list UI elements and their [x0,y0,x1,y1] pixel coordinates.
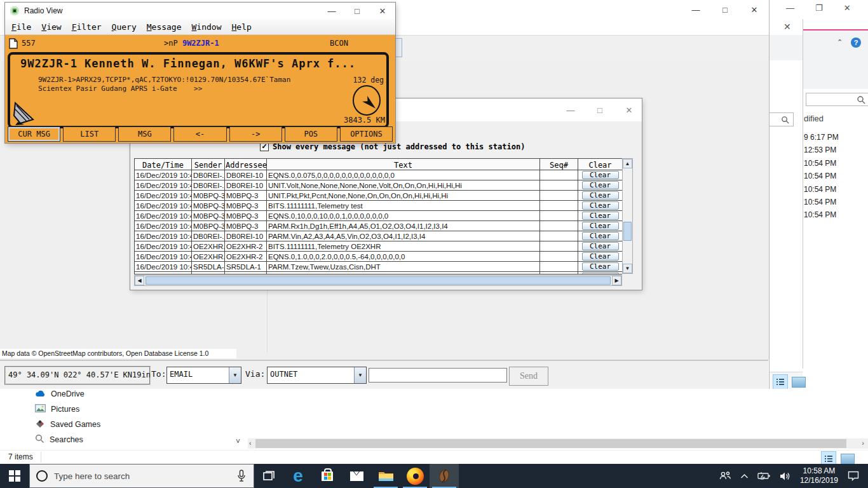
close-icon[interactable]: ✕ [844,3,851,13]
show-every-message-option[interactable]: ✓ Show every message (not just addressed… [260,142,525,151]
clear-message-button[interactable]: Clear [582,222,619,230]
sidebar-item-onedrive[interactable]: OneDrive [0,386,229,402]
scrollbar-thumb[interactable] [255,439,846,448]
message-row[interactable]: 16/Dec/2019 10:4...DB0REI-...DB0REI-10PA… [135,231,623,241]
close-icon[interactable]: ✕ [614,98,644,121]
scroll-left-icon[interactable]: ◀ [135,276,144,285]
scroll-up-icon[interactable]: ▲ [623,159,632,168]
file-explorer-taskbar-icon[interactable] [371,464,400,488]
speaker-icon[interactable] [775,464,795,488]
message-row[interactable]: 16/Dec/2019 10:4...M0BPQ-3M0BPQ-3BITS.11… [135,201,623,211]
maximize-icon[interactable]: □ [710,0,740,19]
menu-item-help[interactable]: Help [232,22,252,32]
restore-icon[interactable]: ❐ [815,3,823,13]
radio-button-cur-msg[interactable]: CUR MSG [8,126,60,142]
cell-sender: DB0REI-... [192,170,225,180]
send-button[interactable]: Send [509,367,548,386]
clear-message-button[interactable]: Clear [582,232,619,240]
sidebar-item-searches[interactable]: Searches [0,432,229,447]
message-row[interactable]: 16/Dec/2019 10:4...OE2XHR...OE2XHR-2EQNS… [135,252,623,262]
explorer-search-box[interactable] [770,112,794,126]
minimize-icon[interactable]: — [786,3,794,13]
clear-message-button[interactable]: Clear [582,181,619,189]
scroll-down-icon[interactable]: ▼ [623,264,632,273]
close-icon[interactable]: ✕ [783,22,791,32]
maximize-icon[interactable]: □ [344,3,370,19]
menu-item-filter[interactable]: Filter [72,22,102,32]
mail-taskbar-icon[interactable] [342,464,371,488]
message-row[interactable]: 16/Dec/2019 10:4...OE2XHR...OE2XHR-2BITS… [135,241,623,252]
show-hidden-icons-chevron[interactable] [736,464,753,488]
minimize-icon[interactable]: — [681,0,710,19]
menu-item-file[interactable]: File [11,22,31,32]
menu-item-view[interactable]: View [41,22,61,32]
firefox-taskbar-icon[interactable] [400,464,430,488]
clear-message-button[interactable]: Clear [582,242,619,250]
large-icons-view-icon[interactable] [792,377,806,388]
start-button[interactable] [0,464,29,488]
clear-message-button[interactable]: Clear [582,273,619,274]
taskbar-search-box[interactable]: Type here to search [29,464,254,488]
edge-taskbar-icon[interactable]: e [283,464,313,488]
scrollbar-thumb[interactable] [146,276,611,285]
date-modified-column-header[interactable]: dified [804,114,824,123]
clear-message-button[interactable]: Clear [582,212,619,220]
chevron-down-icon[interactable]: ▼ [354,367,366,383]
message-row[interactable]: 16/Dec/2019 10:4...DB0REI-...DB0REI-10EQ… [135,170,623,180]
radio-button-options[interactable]: OPTIONS [340,126,393,142]
horizontal-scrollbar[interactable]: ◀ ▶ [134,275,622,286]
message-row[interactable]: 16/Dec/2019 10:4...M0BPQ-3M0BPQ-3PARM.Rx… [135,221,623,231]
menu-item-message[interactable]: Message [147,22,182,32]
scroll-right-icon[interactable]: › [862,439,864,447]
radio-button-pos[interactable]: POS [285,126,337,142]
radio-button-list[interactable]: LIST [63,126,116,142]
via-combobox[interactable]: OUTNET ▼ [267,367,367,384]
message-row[interactable]: 16/Dec/2019 10:4...M0BPQ-3M0BPQ-3UNIT.Pk… [135,191,623,201]
explorer-search-box[interactable] [806,93,868,106]
microphone-icon[interactable] [237,470,246,482]
chevron-down-icon[interactable]: ▼ [229,367,241,383]
horizontal-scrollbar[interactable]: ‹ › [248,438,868,449]
clear-message-button[interactable]: Clear [582,262,619,271]
scrollbar-thumb[interactable] [623,222,632,241]
taskbar-clock[interactable]: 10:58 AM 12/16/2019 [795,464,843,488]
scroll-right-icon[interactable]: ▶ [612,276,621,285]
ribbon-collapse-icon[interactable]: ⌃ [837,38,843,46]
store-taskbar-icon[interactable] [313,464,342,488]
message-text-input[interactable] [369,368,507,383]
clear-message-button[interactable]: Clear [582,171,619,179]
scroll-left-icon[interactable]: ‹ [249,439,252,447]
menu-item-query[interactable]: Query [112,22,137,32]
clear-message-button[interactable]: Clear [582,252,619,261]
clear-message-button[interactable]: Clear [582,201,619,210]
message-row[interactable]: 16/Dec/2019 10:4...OE2XHR...OE2XHR-2UNIT… [135,272,623,275]
clear-message-button[interactable]: Clear [582,191,619,200]
close-icon[interactable]: ✕ [370,3,395,19]
maximize-icon[interactable]: □ [585,98,614,121]
help-icon[interactable]: ? [851,37,861,48]
radio-view-titlebar[interactable]: Radio View — □ ✕ [5,3,395,19]
people-icon[interactable] [715,464,736,488]
radio-button--[interactable]: -> [229,126,282,142]
vertical-scrollbar[interactable]: ▲ ▼ [622,158,633,274]
large-icons-view-icon[interactable] [841,454,855,464]
message-row[interactable]: 16/Dec/2019 10:4...SR5DLA-1SR5DLA-1PARM.… [135,262,623,272]
close-icon[interactable]: ✕ [740,0,769,19]
minimize-icon[interactable]: — [556,98,585,121]
sidebar-item-pictures[interactable]: Pictures [0,402,229,417]
details-view-icon[interactable] [773,374,788,390]
checkbox-checked-icon[interactable]: ✓ [260,142,269,151]
java-app-taskbar-icon[interactable] [430,464,459,488]
message-row[interactable]: 16/Dec/2019 10:4...M0BPQ-3M0BPQ-3EQNS.0,… [135,211,623,221]
action-center-icon[interactable] [843,464,868,488]
sidebar-item-saved-games[interactable]: Saved Games [0,417,229,432]
radio-button--[interactable]: <- [173,126,226,142]
to-combobox[interactable]: EMAIL ▼ [166,367,241,384]
minimize-icon[interactable]: — [319,3,344,19]
message-row[interactable]: 16/Dec/2019 10:4...DB0REI-...DB0REI-10UN… [135,180,623,191]
chevron-down-icon[interactable]: ˅ [236,437,240,446]
battery-icon[interactable] [753,464,775,488]
task-view-button[interactable] [254,464,283,488]
menu-item-window[interactable]: Window [192,22,222,32]
radio-button-msg[interactable]: MSG [118,126,171,142]
